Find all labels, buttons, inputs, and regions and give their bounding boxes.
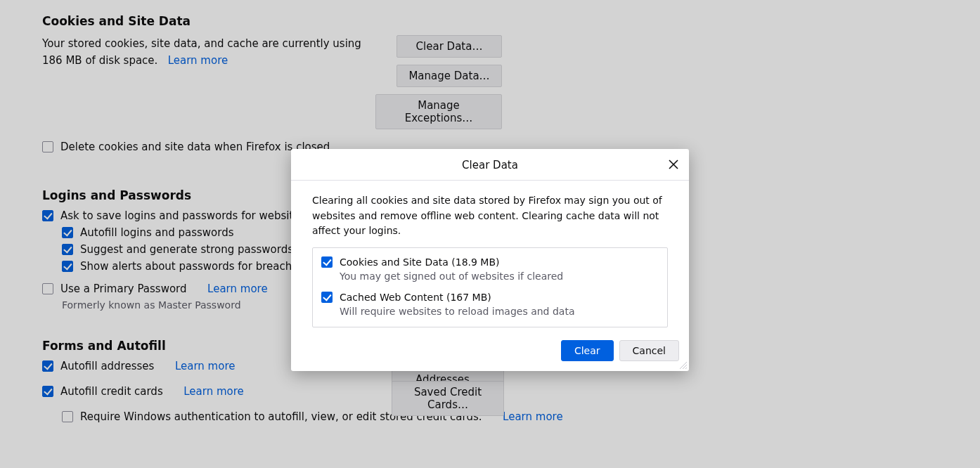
- cached-content-checkbox[interactable]: [321, 292, 333, 303]
- dialog-description: Clearing all cookies and site data store…: [312, 193, 668, 239]
- cached-content-label: Cached Web Content (167 MB): [340, 292, 491, 303]
- close-icon[interactable]: [666, 157, 681, 171]
- resize-grip-icon[interactable]: [678, 360, 688, 370]
- dialog-title: Clear Data: [462, 159, 518, 171]
- cookies-site-data-sub: You may get signed out of websites if cl…: [340, 271, 659, 282]
- modal-overlay: Clear Data Clearing all cookies and site…: [0, 0, 980, 468]
- cancel-button[interactable]: Cancel: [619, 340, 679, 361]
- clear-data-dialog: Clear Data Clearing all cookies and site…: [291, 149, 689, 371]
- svg-line-4: [685, 368, 687, 369]
- clear-button[interactable]: Clear: [561, 340, 614, 361]
- dialog-options: Cookies and Site Data (18.9 MB) You may …: [312, 247, 668, 327]
- cookies-site-data-label: Cookies and Site Data (18.9 MB): [340, 256, 500, 268]
- cookies-site-data-checkbox[interactable]: [321, 256, 333, 268]
- cached-content-sub: Will require websites to reload images a…: [340, 306, 659, 317]
